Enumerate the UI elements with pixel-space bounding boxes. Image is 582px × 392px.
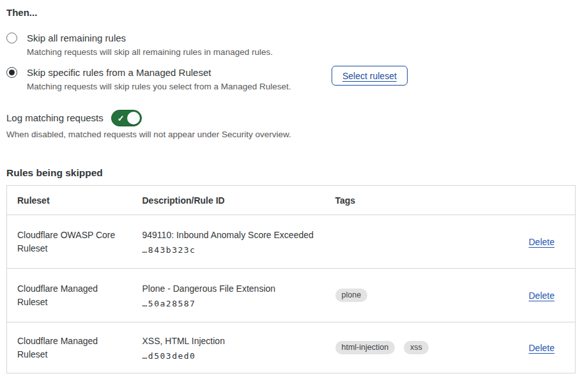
option-label: Skip all remaining rules	[27, 32, 273, 44]
ruleset-cell: Cloudflare Managed Ruleset	[7, 322, 132, 373]
option-text-block: Skip specific rules from a Managed Rules…	[27, 66, 291, 92]
rule-id: …d503ded0	[142, 351, 315, 361]
ruleset-cell: Cloudflare Managed Ruleset	[7, 269, 132, 322]
delete-link[interactable]: Delete	[529, 290, 555, 301]
delete-link[interactable]: Delete	[529, 237, 555, 247]
table-row: Cloudflare Managed Ruleset Plone - Dange…	[7, 269, 576, 322]
option-description: Matching requests will skip rules you se…	[27, 81, 291, 92]
select-ruleset-button[interactable]: Select ruleset	[332, 66, 408, 86]
option-label: Skip specific rules from a Managed Rules…	[27, 66, 291, 79]
description-cell: 949110: Inbound Anomaly Score Exceeded ……	[132, 215, 325, 269]
column-header-ruleset: Ruleset	[7, 186, 132, 215]
column-header-action	[519, 186, 576, 215]
log-matching-requests-toggle[interactable]: ✓	[111, 110, 142, 126]
tags-cell: html-injection xss	[325, 322, 519, 373]
rule-id: …843b323c	[142, 245, 315, 255]
log-matching-requests-label: Log matching requests	[6, 110, 103, 126]
table-row: Cloudflare Managed Ruleset XSS, HTML Inj…	[7, 322, 576, 373]
table-header-row: Ruleset Description/Rule ID Tags	[7, 186, 576, 215]
action-cell: Delete	[519, 322, 576, 373]
rule-description: XSS, HTML Injection	[142, 335, 315, 347]
ruleset-cell: Cloudflare OWASP Core Ruleset	[7, 215, 132, 269]
radio-option-skip-specific-rules[interactable]: Skip specific rules from a Managed Rules…	[6, 66, 291, 92]
tags-cell: plone	[325, 269, 519, 322]
rules-being-skipped-table: Ruleset Description/Rule ID Tags Cloudfl…	[6, 185, 576, 373]
log-matching-requests-description: When disabled, matched requests will not…	[6, 130, 291, 139]
tag-pill: xss	[404, 341, 429, 354]
radio-selected-icon[interactable]	[6, 67, 17, 78]
option-description: Matching requests will skip all remainin…	[27, 47, 273, 57]
tags-cell	[325, 215, 519, 269]
rule-description: 949110: Inbound Anomaly Score Exceeded	[142, 229, 315, 241]
rule-description: Plone - Dangerous File Extension	[142, 283, 315, 294]
rule-id: …50a28587	[142, 299, 315, 308]
check-icon: ✓	[118, 114, 125, 123]
rules-being-skipped-title: Rules being skipped	[6, 167, 103, 179]
skip-rule-config-panel: Then... Skip all remaining rules Matchin…	[0, 0, 582, 392]
radio-unselected-icon[interactable]	[6, 33, 17, 43]
table-row: Cloudflare OWASP Core Ruleset 949110: In…	[7, 215, 576, 269]
action-cell: Delete	[519, 269, 576, 322]
delete-link[interactable]: Delete	[529, 343, 555, 353]
log-matching-requests-row: Log matching requests ✓	[6, 110, 142, 126]
then-section-title: Then...	[6, 7, 37, 18]
tag-pill: html-injection	[335, 341, 395, 354]
radio-option-skip-all-rules[interactable]: Skip all remaining rules Matching reques…	[6, 32, 273, 57]
toggle-knob	[127, 112, 140, 124]
column-header-description: Description/Rule ID	[132, 186, 325, 215]
option-text-block: Skip all remaining rules Matching reques…	[27, 32, 273, 57]
column-header-tags: Tags	[325, 186, 519, 215]
action-cell: Delete	[519, 215, 576, 269]
description-cell: Plone - Dangerous File Extension …50a285…	[132, 269, 325, 322]
description-cell: XSS, HTML Injection …d503ded0	[132, 322, 325, 373]
tag-pill: plone	[335, 289, 368, 302]
